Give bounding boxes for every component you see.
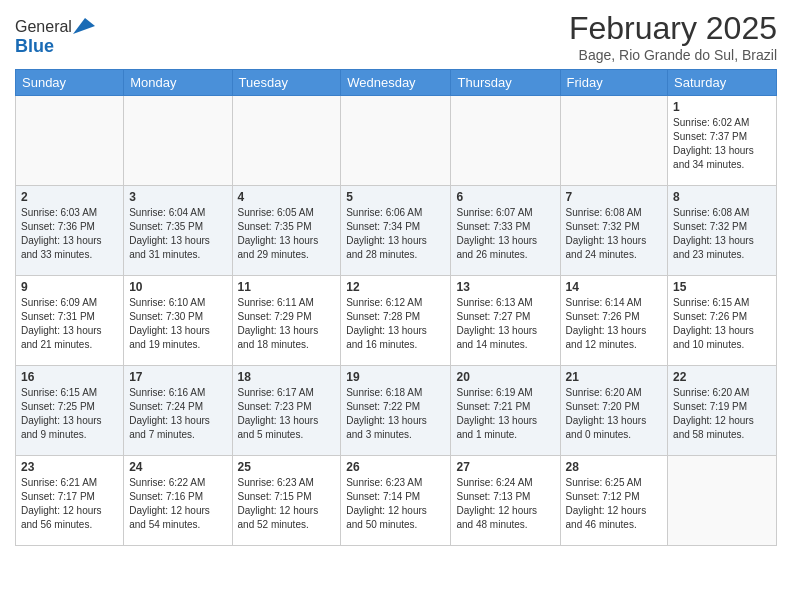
weekday-header: Friday [560,70,668,96]
calendar-cell: 10Sunrise: 6:10 AM Sunset: 7:30 PM Dayli… [124,276,232,366]
calendar-cell: 5Sunrise: 6:06 AM Sunset: 7:34 PM Daylig… [341,186,451,276]
day-info: Sunrise: 6:02 AM Sunset: 7:37 PM Dayligh… [673,116,771,172]
calendar-cell: 6Sunrise: 6:07 AM Sunset: 7:33 PM Daylig… [451,186,560,276]
day-info: Sunrise: 6:10 AM Sunset: 7:30 PM Dayligh… [129,296,226,352]
weekday-header: Sunday [16,70,124,96]
day-number: 2 [21,190,118,204]
day-info: Sunrise: 6:11 AM Sunset: 7:29 PM Dayligh… [238,296,336,352]
weekday-header: Wednesday [341,70,451,96]
calendar-cell: 25Sunrise: 6:23 AM Sunset: 7:15 PM Dayli… [232,456,341,546]
calendar-cell: 7Sunrise: 6:08 AM Sunset: 7:32 PM Daylig… [560,186,668,276]
day-number: 14 [566,280,663,294]
calendar-cell: 2Sunrise: 6:03 AM Sunset: 7:36 PM Daylig… [16,186,124,276]
day-info: Sunrise: 6:14 AM Sunset: 7:26 PM Dayligh… [566,296,663,352]
weekday-header: Thursday [451,70,560,96]
calendar-week-row: 9Sunrise: 6:09 AM Sunset: 7:31 PM Daylig… [16,276,777,366]
day-number: 27 [456,460,554,474]
day-number: 18 [238,370,336,384]
svg-marker-0 [73,18,95,34]
weekday-header-row: SundayMondayTuesdayWednesdayThursdayFrid… [16,70,777,96]
day-number: 5 [346,190,445,204]
calendar-cell: 18Sunrise: 6:17 AM Sunset: 7:23 PM Dayli… [232,366,341,456]
calendar-cell: 23Sunrise: 6:21 AM Sunset: 7:17 PM Dayli… [16,456,124,546]
day-number: 24 [129,460,226,474]
calendar-cell: 24Sunrise: 6:22 AM Sunset: 7:16 PM Dayli… [124,456,232,546]
title-block: February 2025 Bage, Rio Grande do Sul, B… [569,10,777,63]
calendar-cell [560,96,668,186]
day-number: 3 [129,190,226,204]
day-info: Sunrise: 6:08 AM Sunset: 7:32 PM Dayligh… [673,206,771,262]
day-number: 11 [238,280,336,294]
calendar-cell: 1Sunrise: 6:02 AM Sunset: 7:37 PM Daylig… [668,96,777,186]
day-info: Sunrise: 6:21 AM Sunset: 7:17 PM Dayligh… [21,476,118,532]
calendar-cell [451,96,560,186]
calendar-week-row: 23Sunrise: 6:21 AM Sunset: 7:17 PM Dayli… [16,456,777,546]
day-number: 20 [456,370,554,384]
day-number: 10 [129,280,226,294]
day-number: 21 [566,370,663,384]
day-number: 25 [238,460,336,474]
weekday-header: Tuesday [232,70,341,96]
calendar-week-row: 16Sunrise: 6:15 AM Sunset: 7:25 PM Dayli… [16,366,777,456]
day-info: Sunrise: 6:08 AM Sunset: 7:32 PM Dayligh… [566,206,663,262]
calendar-cell [124,96,232,186]
calendar-cell: 28Sunrise: 6:25 AM Sunset: 7:12 PM Dayli… [560,456,668,546]
main-title: February 2025 [569,10,777,47]
day-info: Sunrise: 6:16 AM Sunset: 7:24 PM Dayligh… [129,386,226,442]
calendar-cell: 22Sunrise: 6:20 AM Sunset: 7:19 PM Dayli… [668,366,777,456]
calendar-cell: 17Sunrise: 6:16 AM Sunset: 7:24 PM Dayli… [124,366,232,456]
day-number: 28 [566,460,663,474]
day-number: 6 [456,190,554,204]
day-info: Sunrise: 6:20 AM Sunset: 7:20 PM Dayligh… [566,386,663,442]
day-number: 23 [21,460,118,474]
logo: General Blue [15,18,95,57]
day-number: 1 [673,100,771,114]
day-info: Sunrise: 6:15 AM Sunset: 7:25 PM Dayligh… [21,386,118,442]
calendar-cell: 21Sunrise: 6:20 AM Sunset: 7:20 PM Dayli… [560,366,668,456]
calendar-cell: 11Sunrise: 6:11 AM Sunset: 7:29 PM Dayli… [232,276,341,366]
day-info: Sunrise: 6:15 AM Sunset: 7:26 PM Dayligh… [673,296,771,352]
calendar-cell: 12Sunrise: 6:12 AM Sunset: 7:28 PM Dayli… [341,276,451,366]
weekday-header: Saturday [668,70,777,96]
calendar-cell: 8Sunrise: 6:08 AM Sunset: 7:32 PM Daylig… [668,186,777,276]
calendar-cell: 15Sunrise: 6:15 AM Sunset: 7:26 PM Dayli… [668,276,777,366]
day-info: Sunrise: 6:19 AM Sunset: 7:21 PM Dayligh… [456,386,554,442]
calendar-cell: 4Sunrise: 6:05 AM Sunset: 7:35 PM Daylig… [232,186,341,276]
day-info: Sunrise: 6:09 AM Sunset: 7:31 PM Dayligh… [21,296,118,352]
day-number: 13 [456,280,554,294]
day-number: 26 [346,460,445,474]
calendar-cell [232,96,341,186]
day-number: 22 [673,370,771,384]
calendar-cell: 3Sunrise: 6:04 AM Sunset: 7:35 PM Daylig… [124,186,232,276]
day-info: Sunrise: 6:05 AM Sunset: 7:35 PM Dayligh… [238,206,336,262]
calendar-cell: 9Sunrise: 6:09 AM Sunset: 7:31 PM Daylig… [16,276,124,366]
page-header: General Blue February 2025 Bage, Rio Gra… [15,10,777,63]
calendar-week-row: 2Sunrise: 6:03 AM Sunset: 7:36 PM Daylig… [16,186,777,276]
calendar-cell: 27Sunrise: 6:24 AM Sunset: 7:13 PM Dayli… [451,456,560,546]
day-info: Sunrise: 6:07 AM Sunset: 7:33 PM Dayligh… [456,206,554,262]
day-info: Sunrise: 6:13 AM Sunset: 7:27 PM Dayligh… [456,296,554,352]
day-info: Sunrise: 6:24 AM Sunset: 7:13 PM Dayligh… [456,476,554,532]
calendar-table: SundayMondayTuesdayWednesdayThursdayFrid… [15,69,777,546]
calendar-cell [668,456,777,546]
calendar-cell: 14Sunrise: 6:14 AM Sunset: 7:26 PM Dayli… [560,276,668,366]
day-info: Sunrise: 6:17 AM Sunset: 7:23 PM Dayligh… [238,386,336,442]
day-info: Sunrise: 6:25 AM Sunset: 7:12 PM Dayligh… [566,476,663,532]
day-number: 19 [346,370,445,384]
day-number: 12 [346,280,445,294]
calendar-cell: 20Sunrise: 6:19 AM Sunset: 7:21 PM Dayli… [451,366,560,456]
day-info: Sunrise: 6:20 AM Sunset: 7:19 PM Dayligh… [673,386,771,442]
logo-icon [73,16,95,36]
calendar-cell: 13Sunrise: 6:13 AM Sunset: 7:27 PM Dayli… [451,276,560,366]
day-number: 15 [673,280,771,294]
day-info: Sunrise: 6:23 AM Sunset: 7:14 PM Dayligh… [346,476,445,532]
day-number: 9 [21,280,118,294]
calendar-cell [16,96,124,186]
calendar-cell: 16Sunrise: 6:15 AM Sunset: 7:25 PM Dayli… [16,366,124,456]
subtitle: Bage, Rio Grande do Sul, Brazil [569,47,777,63]
calendar-week-row: 1Sunrise: 6:02 AM Sunset: 7:37 PM Daylig… [16,96,777,186]
logo-blue-text: Blue [15,36,54,56]
day-info: Sunrise: 6:22 AM Sunset: 7:16 PM Dayligh… [129,476,226,532]
day-number: 7 [566,190,663,204]
day-info: Sunrise: 6:12 AM Sunset: 7:28 PM Dayligh… [346,296,445,352]
